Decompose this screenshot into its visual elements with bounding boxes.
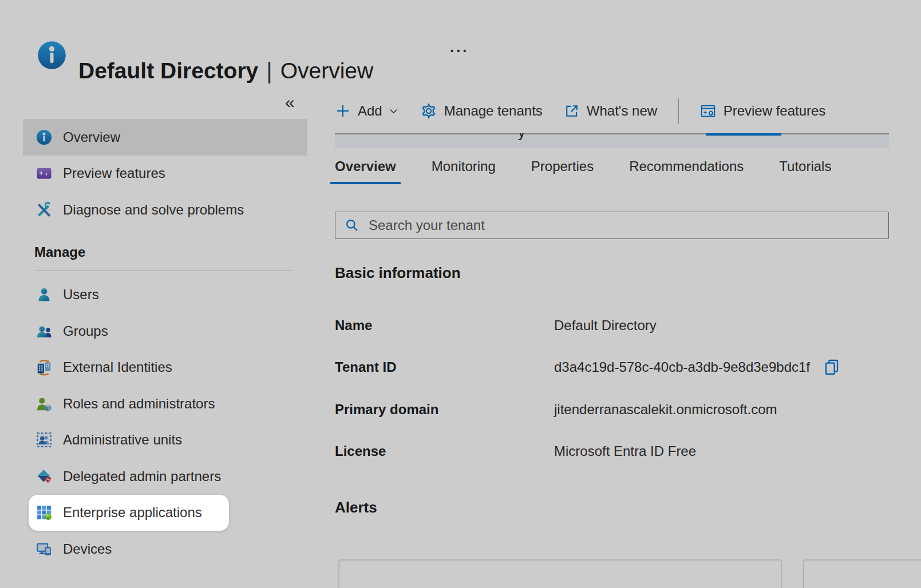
info-row-primary-domain: Primary domain jitenderranascalekit.onmi… xyxy=(335,388,889,431)
banner-strip xyxy=(335,134,889,148)
add-button-label: Add xyxy=(358,103,382,119)
sidebar-item-diagnose[interactable]: Diagnose and solve problems xyxy=(23,192,307,228)
external-identities-icon xyxy=(34,357,54,377)
sidebar-item-delegated-admin-partners[interactable]: Delegated admin partners xyxy=(23,458,307,495)
sidebar-item-label: Preview features xyxy=(63,165,165,181)
info-value: jitenderranascalekit.onmicrosoft.com xyxy=(554,402,777,418)
chevron-down-icon xyxy=(388,106,399,117)
sidebar-item-label: Roles and administrators xyxy=(63,396,215,412)
sidebar-item-groups[interactable]: Groups xyxy=(23,313,307,349)
info-value: Microsoft Entra ID Free xyxy=(554,443,696,459)
info-value: d3a4c19d-578c-40cb-a3db-9e8d3e9bdc1f xyxy=(554,358,841,376)
info-row-license: License Microsoft Entra ID Free xyxy=(335,431,889,473)
notification-banner-sliver: y xyxy=(335,133,889,148)
banner-top-border xyxy=(335,133,889,134)
devices-icon xyxy=(34,539,54,559)
basic-information-table: Name Default Directory Tenant ID d3a4c19… xyxy=(335,304,889,472)
info-icon xyxy=(34,128,54,147)
section-header-manage: Manage xyxy=(34,244,85,260)
preview-features-button[interactable]: Preview features xyxy=(699,102,826,120)
more-menu-icon[interactable]: ··· xyxy=(450,42,469,60)
manage-tenants-button[interactable]: Manage tenants xyxy=(420,102,543,120)
basic-information-heading: Basic information xyxy=(335,264,461,282)
info-value: Default Directory xyxy=(554,317,657,333)
search-icon xyxy=(345,218,359,233)
command-bar: Add Manage tenants xyxy=(335,97,825,125)
preview-features-label: Preview features xyxy=(724,103,826,119)
tab-recommendations[interactable]: Recommendations xyxy=(624,151,748,184)
enterprise-applications-icon xyxy=(34,503,54,522)
search-input[interactable] xyxy=(367,217,888,234)
copy-icon[interactable] xyxy=(823,358,841,376)
open-in-new-icon xyxy=(564,103,580,119)
info-row-tenant-id: Tenant ID d3a4c19d-578c-40cb-a3db-9e8d3e… xyxy=(335,347,889,389)
tab-properties[interactable]: Properties xyxy=(527,151,598,184)
tenant-id-value: d3a4c19d-578c-40cb-a3db-9e8d3e9bdc1f xyxy=(554,359,810,375)
info-label: Primary domain xyxy=(335,402,554,418)
delegated-admin-partners-icon xyxy=(34,467,54,486)
alerts-heading: Alerts xyxy=(335,499,377,517)
sidebar-item-administrative-units[interactable]: Administrative units xyxy=(23,422,307,459)
diagnose-tools-icon xyxy=(34,200,54,220)
sidebar-item-external-identities[interactable]: External Identities xyxy=(23,349,307,386)
alert-card xyxy=(803,559,921,588)
banner-clipped-text: y xyxy=(518,133,525,141)
sidebar-item-preview-features[interactable]: Preview features xyxy=(23,156,307,192)
preview-features-toolbar-icon xyxy=(699,102,717,120)
tab-overview[interactable]: Overview xyxy=(330,151,401,184)
page-title: Default Directory | Overview xyxy=(78,55,373,87)
info-row-name: Name Default Directory xyxy=(335,304,889,347)
sidebar-item-label: Enterprise applications xyxy=(63,504,202,521)
sidebar-item-roles-administrators[interactable]: Roles and administrators xyxy=(23,386,307,422)
plus-icon xyxy=(335,103,351,119)
page-title-separator: | xyxy=(266,58,272,84)
whats-new-label: What's new xyxy=(587,103,657,119)
alert-card xyxy=(338,559,782,588)
page-title-blade: Overview xyxy=(280,58,374,84)
sidebar: Overview Preview features xyxy=(23,119,307,567)
sidebar-item-label: Delegated admin partners xyxy=(63,468,221,484)
tenant-search xyxy=(335,212,889,239)
sidebar-item-label: Diagnose and solve problems xyxy=(63,202,244,218)
sidebar-item-devices[interactable]: Devices xyxy=(23,531,307,567)
sidebar-section-manage: Manage xyxy=(23,228,307,277)
blade-tabs: Overview Monitoring Properties Recommend… xyxy=(330,151,836,184)
sidebar-item-label: External Identities xyxy=(63,359,172,375)
add-button[interactable]: Add xyxy=(335,103,399,119)
groups-icon xyxy=(34,321,54,341)
directory-info-badge-icon xyxy=(37,40,67,70)
info-label: Name xyxy=(335,317,554,333)
toolbar-divider xyxy=(678,98,679,124)
sidebar-item-label: Devices xyxy=(63,541,112,557)
sidebar-item-label: Groups xyxy=(63,323,108,339)
entra-overview-page: Default Directory | Overview ··· « Overv… xyxy=(0,0,921,588)
banner-link-underline xyxy=(706,133,781,136)
info-label: Tenant ID xyxy=(335,359,554,375)
sidebar-item-label: Users xyxy=(63,287,99,303)
sidebar-collapse-icon[interactable]: « xyxy=(285,93,295,112)
administrative-units-icon xyxy=(34,430,54,450)
info-label: License xyxy=(335,443,554,459)
tab-monitoring[interactable]: Monitoring xyxy=(427,151,500,184)
preview-features-icon xyxy=(34,164,54,183)
manage-tenants-label: Manage tenants xyxy=(444,103,543,119)
sidebar-item-enterprise-applications[interactable]: Enterprise applications xyxy=(29,495,229,531)
sidebar-item-users[interactable]: Users xyxy=(23,277,307,313)
page-title-directory: Default Directory xyxy=(78,58,258,84)
tab-tutorials[interactable]: Tutorials xyxy=(774,151,836,184)
sidebar-item-label: Administrative units xyxy=(63,432,182,448)
gear-icon xyxy=(420,102,437,120)
roles-administrators-icon xyxy=(34,394,54,414)
user-icon xyxy=(34,285,54,304)
sidebar-item-overview[interactable]: Overview xyxy=(23,119,307,156)
section-divider xyxy=(34,271,292,272)
whats-new-button[interactable]: What's new xyxy=(564,103,657,119)
sidebar-item-label: Overview xyxy=(63,129,120,145)
